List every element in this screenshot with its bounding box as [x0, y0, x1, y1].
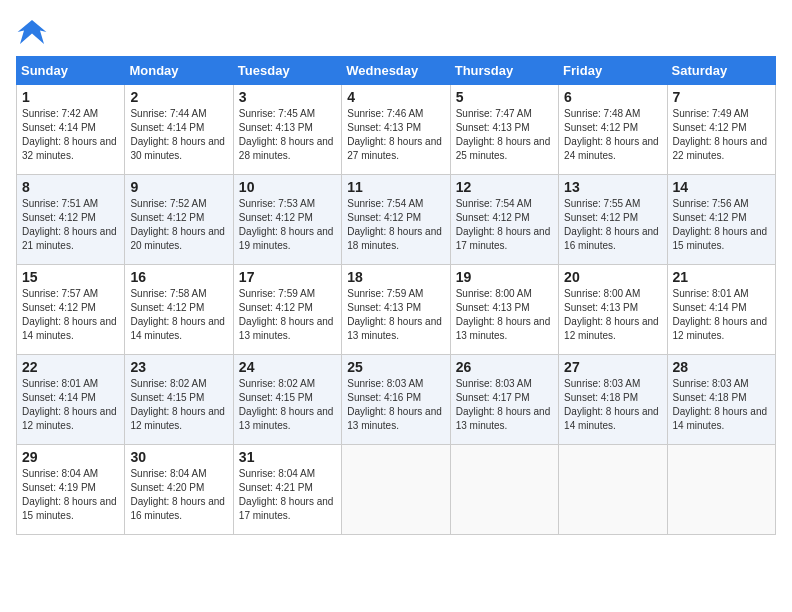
- day-number: 8: [22, 179, 119, 195]
- calendar-cell: 14 Sunrise: 7:56 AM Sunset: 4:12 PM Dayl…: [667, 175, 775, 265]
- col-header-tuesday: Tuesday: [233, 57, 341, 85]
- cell-info: Sunrise: 8:02 AM Sunset: 4:15 PM Dayligh…: [239, 377, 336, 433]
- cell-info: Sunrise: 7:53 AM Sunset: 4:12 PM Dayligh…: [239, 197, 336, 253]
- calendar-cell: 7 Sunrise: 7:49 AM Sunset: 4:12 PM Dayli…: [667, 85, 775, 175]
- calendar-cell: 24 Sunrise: 8:02 AM Sunset: 4:15 PM Dayl…: [233, 355, 341, 445]
- logo-bird-icon: [16, 16, 48, 48]
- cell-info: Sunrise: 8:03 AM Sunset: 4:18 PM Dayligh…: [564, 377, 661, 433]
- day-number: 11: [347, 179, 444, 195]
- day-number: 26: [456, 359, 553, 375]
- day-number: 20: [564, 269, 661, 285]
- col-header-sunday: Sunday: [17, 57, 125, 85]
- calendar-cell: 19 Sunrise: 8:00 AM Sunset: 4:13 PM Dayl…: [450, 265, 558, 355]
- cell-info: Sunrise: 8:01 AM Sunset: 4:14 PM Dayligh…: [673, 287, 770, 343]
- day-number: 28: [673, 359, 770, 375]
- calendar-cell: 28 Sunrise: 8:03 AM Sunset: 4:18 PM Dayl…: [667, 355, 775, 445]
- calendar-cell: 17 Sunrise: 7:59 AM Sunset: 4:12 PM Dayl…: [233, 265, 341, 355]
- calendar-cell: 5 Sunrise: 7:47 AM Sunset: 4:13 PM Dayli…: [450, 85, 558, 175]
- calendar-week-row: 22 Sunrise: 8:01 AM Sunset: 4:14 PM Dayl…: [17, 355, 776, 445]
- col-header-monday: Monday: [125, 57, 233, 85]
- calendar-cell: 15 Sunrise: 7:57 AM Sunset: 4:12 PM Dayl…: [17, 265, 125, 355]
- day-number: 3: [239, 89, 336, 105]
- cell-info: Sunrise: 8:00 AM Sunset: 4:13 PM Dayligh…: [564, 287, 661, 343]
- calendar-cell: [559, 445, 667, 535]
- cell-info: Sunrise: 7:52 AM Sunset: 4:12 PM Dayligh…: [130, 197, 227, 253]
- calendar-cell: 27 Sunrise: 8:03 AM Sunset: 4:18 PM Dayl…: [559, 355, 667, 445]
- calendar-cell: 6 Sunrise: 7:48 AM Sunset: 4:12 PM Dayli…: [559, 85, 667, 175]
- day-number: 22: [22, 359, 119, 375]
- day-number: 9: [130, 179, 227, 195]
- day-number: 17: [239, 269, 336, 285]
- calendar-cell: 20 Sunrise: 8:00 AM Sunset: 4:13 PM Dayl…: [559, 265, 667, 355]
- cell-info: Sunrise: 8:00 AM Sunset: 4:13 PM Dayligh…: [456, 287, 553, 343]
- cell-info: Sunrise: 7:59 AM Sunset: 4:13 PM Dayligh…: [347, 287, 444, 343]
- cell-info: Sunrise: 7:46 AM Sunset: 4:13 PM Dayligh…: [347, 107, 444, 163]
- cell-info: Sunrise: 7:54 AM Sunset: 4:12 PM Dayligh…: [456, 197, 553, 253]
- calendar-cell: [667, 445, 775, 535]
- cell-info: Sunrise: 7:59 AM Sunset: 4:12 PM Dayligh…: [239, 287, 336, 343]
- day-number: 21: [673, 269, 770, 285]
- svg-marker-0: [18, 20, 47, 44]
- logo: [16, 16, 52, 48]
- cell-info: Sunrise: 8:03 AM Sunset: 4:18 PM Dayligh…: [673, 377, 770, 433]
- cell-info: Sunrise: 8:03 AM Sunset: 4:17 PM Dayligh…: [456, 377, 553, 433]
- calendar-cell: 4 Sunrise: 7:46 AM Sunset: 4:13 PM Dayli…: [342, 85, 450, 175]
- cell-info: Sunrise: 7:58 AM Sunset: 4:12 PM Dayligh…: [130, 287, 227, 343]
- calendar-cell: 26 Sunrise: 8:03 AM Sunset: 4:17 PM Dayl…: [450, 355, 558, 445]
- calendar-cell: 9 Sunrise: 7:52 AM Sunset: 4:12 PM Dayli…: [125, 175, 233, 265]
- cell-info: Sunrise: 8:03 AM Sunset: 4:16 PM Dayligh…: [347, 377, 444, 433]
- calendar-cell: 25 Sunrise: 8:03 AM Sunset: 4:16 PM Dayl…: [342, 355, 450, 445]
- cell-info: Sunrise: 7:57 AM Sunset: 4:12 PM Dayligh…: [22, 287, 119, 343]
- calendar-cell: 29 Sunrise: 8:04 AM Sunset: 4:19 PM Dayl…: [17, 445, 125, 535]
- cell-info: Sunrise: 8:02 AM Sunset: 4:15 PM Dayligh…: [130, 377, 227, 433]
- col-header-friday: Friday: [559, 57, 667, 85]
- calendar-cell: 31 Sunrise: 8:04 AM Sunset: 4:21 PM Dayl…: [233, 445, 341, 535]
- cell-info: Sunrise: 8:04 AM Sunset: 4:20 PM Dayligh…: [130, 467, 227, 523]
- calendar-cell: 21 Sunrise: 8:01 AM Sunset: 4:14 PM Dayl…: [667, 265, 775, 355]
- calendar-cell: 12 Sunrise: 7:54 AM Sunset: 4:12 PM Dayl…: [450, 175, 558, 265]
- cell-info: Sunrise: 7:54 AM Sunset: 4:12 PM Dayligh…: [347, 197, 444, 253]
- day-number: 25: [347, 359, 444, 375]
- cell-info: Sunrise: 7:47 AM Sunset: 4:13 PM Dayligh…: [456, 107, 553, 163]
- calendar-cell: 8 Sunrise: 7:51 AM Sunset: 4:12 PM Dayli…: [17, 175, 125, 265]
- day-number: 10: [239, 179, 336, 195]
- day-number: 7: [673, 89, 770, 105]
- cell-info: Sunrise: 7:44 AM Sunset: 4:14 PM Dayligh…: [130, 107, 227, 163]
- day-number: 19: [456, 269, 553, 285]
- cell-info: Sunrise: 7:49 AM Sunset: 4:12 PM Dayligh…: [673, 107, 770, 163]
- calendar-header-row: SundayMondayTuesdayWednesdayThursdayFrid…: [17, 57, 776, 85]
- calendar-week-row: 8 Sunrise: 7:51 AM Sunset: 4:12 PM Dayli…: [17, 175, 776, 265]
- calendar-cell: 2 Sunrise: 7:44 AM Sunset: 4:14 PM Dayli…: [125, 85, 233, 175]
- day-number: 27: [564, 359, 661, 375]
- calendar-cell: 1 Sunrise: 7:42 AM Sunset: 4:14 PM Dayli…: [17, 85, 125, 175]
- calendar-cell: 13 Sunrise: 7:55 AM Sunset: 4:12 PM Dayl…: [559, 175, 667, 265]
- calendar-cell: 18 Sunrise: 7:59 AM Sunset: 4:13 PM Dayl…: [342, 265, 450, 355]
- cell-info: Sunrise: 7:55 AM Sunset: 4:12 PM Dayligh…: [564, 197, 661, 253]
- calendar-week-row: 15 Sunrise: 7:57 AM Sunset: 4:12 PM Dayl…: [17, 265, 776, 355]
- calendar-table: SundayMondayTuesdayWednesdayThursdayFrid…: [16, 56, 776, 535]
- col-header-wednesday: Wednesday: [342, 57, 450, 85]
- calendar-cell: 3 Sunrise: 7:45 AM Sunset: 4:13 PM Dayli…: [233, 85, 341, 175]
- cell-info: Sunrise: 8:04 AM Sunset: 4:21 PM Dayligh…: [239, 467, 336, 523]
- day-number: 13: [564, 179, 661, 195]
- calendar-cell: [342, 445, 450, 535]
- day-number: 23: [130, 359, 227, 375]
- day-number: 6: [564, 89, 661, 105]
- header: [16, 16, 776, 48]
- cell-info: Sunrise: 7:45 AM Sunset: 4:13 PM Dayligh…: [239, 107, 336, 163]
- day-number: 12: [456, 179, 553, 195]
- day-number: 14: [673, 179, 770, 195]
- calendar-cell: 23 Sunrise: 8:02 AM Sunset: 4:15 PM Dayl…: [125, 355, 233, 445]
- day-number: 15: [22, 269, 119, 285]
- calendar-cell: 10 Sunrise: 7:53 AM Sunset: 4:12 PM Dayl…: [233, 175, 341, 265]
- day-number: 29: [22, 449, 119, 465]
- cell-info: Sunrise: 7:56 AM Sunset: 4:12 PM Dayligh…: [673, 197, 770, 253]
- calendar-week-row: 1 Sunrise: 7:42 AM Sunset: 4:14 PM Dayli…: [17, 85, 776, 175]
- calendar-cell: 16 Sunrise: 7:58 AM Sunset: 4:12 PM Dayl…: [125, 265, 233, 355]
- day-number: 5: [456, 89, 553, 105]
- cell-info: Sunrise: 7:42 AM Sunset: 4:14 PM Dayligh…: [22, 107, 119, 163]
- day-number: 2: [130, 89, 227, 105]
- calendar-cell: 11 Sunrise: 7:54 AM Sunset: 4:12 PM Dayl…: [342, 175, 450, 265]
- day-number: 18: [347, 269, 444, 285]
- col-header-saturday: Saturday: [667, 57, 775, 85]
